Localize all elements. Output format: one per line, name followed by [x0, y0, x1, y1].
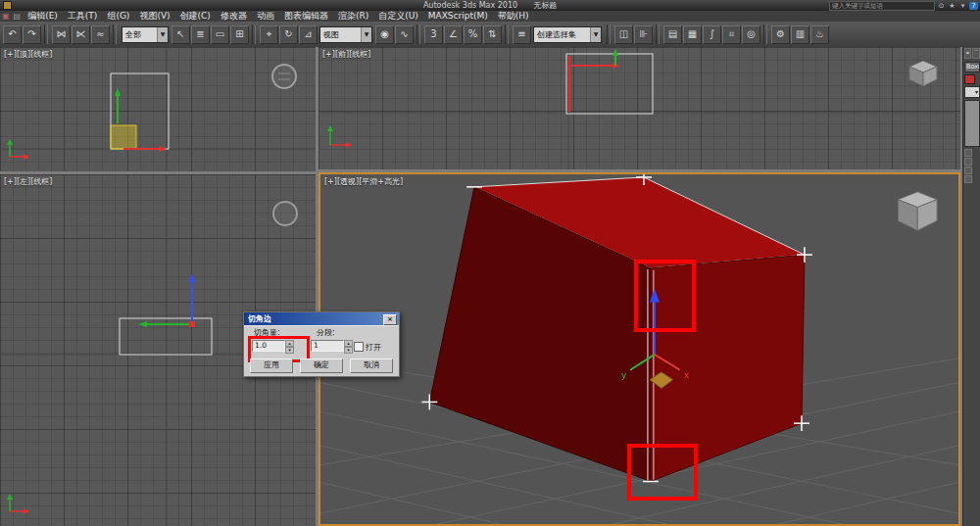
selection-filter-combo[interactable]: 全部▼ — [122, 26, 169, 43]
object-name-field[interactable]: Box001 — [964, 62, 980, 72]
render-production-icon[interactable]: ♨ — [810, 25, 829, 44]
menu-maxscript[interactable]: MAXScript(M) — [423, 11, 493, 22]
viewport-label-left[interactable]: [+][左][线框] — [4, 176, 52, 187]
spinner-down-icon[interactable]: ▾ — [344, 347, 353, 354]
mirror-icon[interactable]: ◫ — [614, 25, 633, 44]
menu-animation[interactable]: 动画 — [252, 11, 279, 22]
percent-snap-icon[interactable]: % — [464, 25, 482, 44]
menu-graph-editors[interactable]: 图表编辑器 — [279, 11, 333, 22]
select-and-scale-icon[interactable]: ⊿ — [299, 25, 318, 44]
viewport-label-front[interactable]: [+][前][线框] — [322, 49, 370, 60]
spinner-up-icon[interactable]: ▴ — [285, 340, 294, 347]
viewport-label-perspective[interactable]: [+][透视][平滑+高光] — [324, 176, 403, 187]
apply-button[interactable]: 应用 — [250, 359, 293, 373]
toolbar-separator — [113, 24, 117, 44]
angle-snap-icon[interactable]: ∠ — [444, 25, 463, 44]
menu-group[interactable]: 组(G) — [102, 11, 134, 22]
viewcube-icon — [898, 192, 937, 231]
object-color-swatch[interactable] — [964, 74, 975, 84]
modifier-stack[interactable] — [964, 100, 980, 147]
modify-tab-icon[interactable]: ⌒ — [972, 48, 980, 59]
chamfer-edge-highlight-bottom — [627, 444, 698, 501]
menu-help[interactable]: 帮助(H) — [493, 11, 534, 22]
menu-tools[interactable]: 工具(T) — [63, 11, 103, 22]
chevron-down-icon[interactable]: ▾ — [958, 2, 967, 11]
spinner-down-icon[interactable]: ▾ — [285, 347, 294, 354]
make-unique-icon[interactable] — [964, 167, 972, 174]
align-icon[interactable]: ⊪ — [634, 25, 653, 44]
toolbar-separator — [252, 24, 256, 44]
curve-editor-icon[interactable]: ∫ — [703, 25, 721, 44]
application-window: Autodesk 3ds Max 2010无标题 ⊙ ★ ▾ ? ▣▤编辑(E)… — [0, 0, 980, 526]
reference-coordinate-combo[interactable]: 视图▼ — [319, 26, 372, 43]
menu-modifiers[interactable]: 修改器 — [216, 11, 252, 22]
edit-named-selection-sets-icon[interactable]: ≡ — [513, 25, 531, 44]
unlink-selection-icon[interactable]: ⋉ — [72, 25, 90, 44]
rendered-frame-window-icon[interactable]: ▥ — [791, 25, 809, 44]
dialog-titlebar[interactable]: 切角边 × — [244, 312, 399, 325]
select-by-name-icon[interactable]: ≣ — [191, 25, 210, 44]
open-checkbox[interactable] — [354, 342, 364, 352]
material-editor-icon[interactable]: ◎ — [742, 25, 760, 44]
chamfer-amount-input[interactable]: 1.0 — [252, 340, 285, 352]
toolbar: ↶↷⋈⋉≈全部▼↖≣▭⊞⌖↻⊿视图▼◉∿3∠%⇅≡创建选择集▼◫⊪▤▦∫⌗◎⚙▥… — [0, 22, 980, 47]
select-object-icon[interactable]: ↖ — [172, 25, 190, 44]
scene-icon[interactable]: ▤ — [12, 12, 24, 21]
open-label: 打开 — [366, 342, 381, 353]
snaps-toggle-3d-icon[interactable]: 3 — [424, 25, 443, 44]
search-icon[interactable]: ⊙ — [937, 2, 946, 11]
menu-create[interactable]: 创建(C) — [175, 11, 216, 22]
spinner-snap-icon[interactable]: ⇅ — [483, 25, 502, 44]
graphite-modeling-tools-icon[interactable]: ▦ — [683, 25, 702, 44]
bind-to-space-warp-icon[interactable]: ≈ — [91, 25, 110, 44]
menu-rendering[interactable]: 渲染(R) — [333, 11, 373, 22]
pin-stack-icon[interactable] — [964, 149, 972, 157]
render-setup-icon[interactable]: ⚙ — [771, 25, 790, 44]
viewport-top[interactable]: [+][顶][线框] — [0, 47, 316, 171]
select-and-rotate-icon[interactable]: ↻ — [279, 25, 298, 44]
layer-manager-icon[interactable]: ▤ — [663, 25, 682, 44]
chamfer-amount-label: 切角量: — [254, 327, 280, 338]
chevron-down-icon: ▼ — [590, 27, 601, 42]
window-icon[interactable]: ▣ — [0, 12, 12, 21]
show-end-result-icon[interactable] — [964, 158, 972, 166]
menu-views[interactable]: 视图(V) — [134, 11, 174, 22]
segments-spinner[interactable]: ▴ ▾ — [344, 340, 353, 352]
close-icon[interactable]: × — [383, 314, 397, 325]
menu-customize[interactable]: 自定义(U) — [373, 11, 423, 22]
search-input[interactable] — [829, 1, 935, 11]
schematic-view-icon[interactable]: ⌗ — [722, 25, 741, 44]
chamfer-amount-spinner[interactable]: ▴ ▾ — [285, 340, 294, 352]
gizmo-y-arrow — [115, 88, 121, 96]
window-crossing-icon[interactable]: ⊞ — [230, 25, 249, 44]
spinner-up-icon[interactable]: ▴ — [344, 340, 353, 347]
rectangular-selection-region-icon[interactable]: ▭ — [211, 25, 229, 44]
segments-input[interactable]: 1 — [311, 340, 344, 352]
menu-edit[interactable]: 编辑(E) — [23, 11, 63, 22]
selected-face-highlight — [111, 125, 136, 149]
app-icon[interactable] — [3, 1, 12, 10]
favorites-star-icon[interactable]: ★ — [948, 2, 956, 11]
toolbar-separator — [656, 24, 660, 44]
viewport-perspective[interactable]: [+][透视][平滑+高光] — [318, 172, 960, 526]
select-and-link-icon[interactable]: ⋈ — [52, 25, 71, 44]
viewport-label-top[interactable]: [+][顶][线框] — [4, 49, 52, 60]
viewport-front[interactable]: [+][前][线框] — [318, 47, 960, 169]
axis-tripod-icon — [7, 494, 29, 514]
cancel-button[interactable]: 取消 — [350, 359, 393, 373]
remove-modifier-icon[interactable] — [964, 175, 972, 183]
gizmo-center — [189, 321, 195, 327]
help-icon[interactable]: ? — [969, 2, 978, 10]
named-selection-sets-combo[interactable]: 创建选择集▼ — [533, 26, 602, 43]
create-tab-icon[interactable]: ✶ — [964, 48, 971, 59]
gizmo-z-arrow — [189, 273, 195, 282]
undo-icon[interactable]: ↶ — [3, 25, 22, 44]
ok-button[interactable]: 确定 — [300, 359, 343, 373]
select-and-manipulate-icon[interactable]: ∿ — [395, 25, 414, 44]
reference-coordinate-combo-value: 视图 — [320, 29, 361, 40]
navigation-circle-icon — [273, 202, 297, 225]
redo-icon[interactable]: ↷ — [23, 25, 41, 44]
modifier-list-dropdown[interactable]: ▾ — [964, 86, 980, 98]
select-and-move-icon[interactable]: ⌖ — [260, 25, 278, 44]
use-pivot-point-center-icon[interactable]: ◉ — [375, 25, 394, 44]
